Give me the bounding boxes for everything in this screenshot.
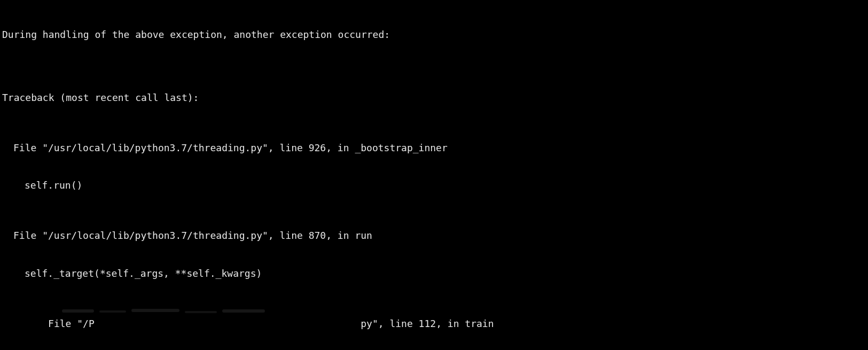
frame-file-3-post: py", line 112, in train [361,318,494,329]
terminal-output[interactable]: During handling of the above exception, … [0,0,868,350]
frame-file-3-pre: File "/P [48,318,95,329]
frame-file-1: File "/usr/local/lib/python3.7/threading… [2,142,866,154]
traceback-header: Traceback (most recent call last): [2,91,866,104]
exception-header: During handling of the above exception, … [2,28,866,41]
frame-code-2: self._target(*self._args, **self._kwargs… [2,267,866,280]
frame-code-1: self.run() [2,179,866,192]
frame-file-3: File "/Projects/apps/analytic/Model_trai… [14,305,494,350]
frame-file-2: File "/usr/local/lib/python3.7/threading… [2,229,866,242]
